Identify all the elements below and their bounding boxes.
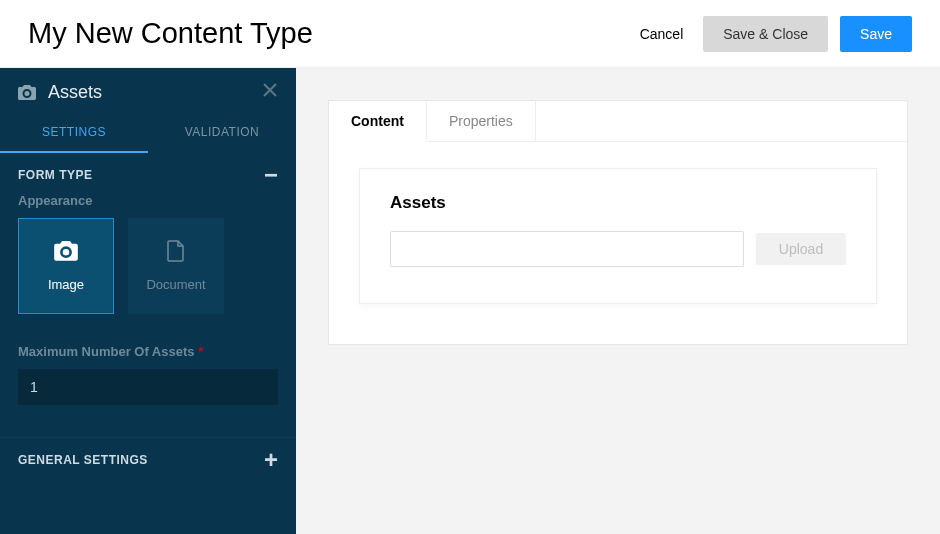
tab-content[interactable]: Content xyxy=(329,101,427,142)
file-row: Upload xyxy=(390,231,846,267)
main-area: Content Properties Assets Upload xyxy=(296,68,940,534)
tab-validation[interactable]: VALIDATION xyxy=(148,113,296,153)
tab-properties[interactable]: Properties xyxy=(427,101,536,142)
save-close-button[interactable]: Save & Close xyxy=(703,16,828,52)
document-icon xyxy=(167,240,185,265)
max-assets-label: Maximum Number Of Assets * xyxy=(18,344,278,359)
header-actions: Cancel Save & Close Save xyxy=(632,16,912,52)
save-button[interactable]: Save xyxy=(840,16,912,52)
appearance-document[interactable]: Document xyxy=(128,218,224,314)
form-title: Assets xyxy=(390,193,846,213)
page-title: My New Content Type xyxy=(28,17,313,50)
appearance-options: Image Document xyxy=(18,218,278,314)
section-title: GENERAL SETTINGS xyxy=(18,453,148,467)
expand-icon[interactable]: + xyxy=(264,452,278,468)
panel-title: Assets xyxy=(48,82,250,103)
assets-form-card: Assets Upload xyxy=(359,168,877,304)
camera-icon xyxy=(18,85,36,101)
sidebar-tabs: SETTINGS VALIDATION xyxy=(0,113,296,153)
section-form-type-header[interactable]: FORM TYPE − xyxy=(0,153,296,193)
page-header: My New Content Type Cancel Save & Close … xyxy=(0,0,940,68)
appearance-image[interactable]: Image xyxy=(18,218,114,314)
workspace: Assets SETTINGS VALIDATION FORM TYPE − A… xyxy=(0,68,940,534)
cancel-button[interactable]: Cancel xyxy=(632,26,692,42)
camera-icon xyxy=(54,241,78,265)
form-area: Assets Upload xyxy=(329,142,907,344)
sidebar: Assets SETTINGS VALIDATION FORM TYPE − A… xyxy=(0,68,296,534)
appearance-option-label: Image xyxy=(48,277,84,292)
appearance-label: Appearance xyxy=(18,193,278,208)
section-general-header[interactable]: GENERAL SETTINGS + xyxy=(0,438,296,478)
file-input[interactable] xyxy=(390,231,744,267)
collapse-icon[interactable]: − xyxy=(264,167,278,183)
upload-button[interactable]: Upload xyxy=(756,233,846,265)
tabs-filler xyxy=(536,101,907,142)
close-icon[interactable] xyxy=(262,82,278,103)
panel-header: Assets xyxy=(0,68,296,113)
section-form-type-body: Appearance Image Document Maximum Num xyxy=(0,193,296,423)
section-title: FORM TYPE xyxy=(18,168,93,182)
main-card: Content Properties Assets Upload xyxy=(328,100,908,345)
max-assets-input[interactable] xyxy=(18,369,278,405)
tab-settings[interactable]: SETTINGS xyxy=(0,113,148,153)
main-tabs: Content Properties xyxy=(329,101,907,142)
appearance-option-label: Document xyxy=(146,277,205,292)
